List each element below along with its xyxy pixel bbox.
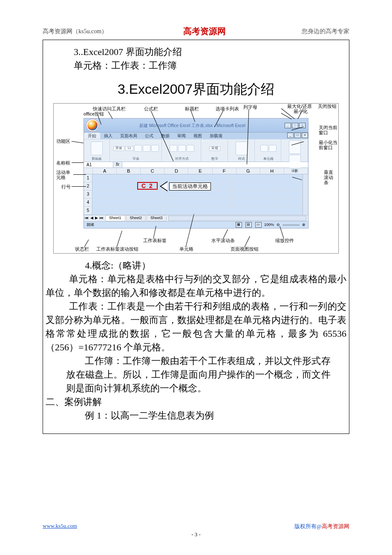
callout-qat: 快速访问工具栏 [93,106,126,111]
formula-bar[interactable] [122,162,308,168]
footer-url[interactable]: www.ks5u.com [43,523,77,530]
fx-icon[interactable]: fx [113,162,122,168]
sheet-tab-2[interactable]: Sheet2 [126,215,146,221]
sheet-tab-1[interactable]: Sheet1 [105,215,125,221]
vertical-scrollbar[interactable] [303,174,308,215]
col-f[interactable]: F [213,168,236,174]
tab-list: 开始 插入 页面布局 公式 数据 审阅 视图 加载项 _ □ × [84,133,308,139]
tab-addins[interactable]: 加载项 [206,133,226,139]
tab-view[interactable]: 视图 [190,133,206,139]
active-cell-label: 当前活动单元格 [169,182,211,191]
status-ready: 就绪 [86,223,94,227]
callout-vscroll: 垂直 滚动 条 [324,170,333,185]
group-clipboard: 剪贴板 [84,139,110,162]
group-style: 样式 [229,139,255,162]
para-book: 工作簿：工作簿一般由若干个工作表组成，并以文件形式存放在磁盘上。所以，工作簿是面… [46,354,346,395]
col-g[interactable]: G [236,168,260,174]
zoom-slider[interactable] [282,224,300,226]
active-cell-c2[interactable]: C 2 [137,182,158,190]
para-cell: 单元格：单元格是表格中行与列的交叉部分，它是组成表格的最小单位，单个数据的输入和… [46,272,346,300]
restore-win-icon[interactable]: □ [294,133,301,138]
bold-icon[interactable] [134,145,142,152]
rows-area: 1 2 3 4 5 C 2 [84,174,308,215]
align2-icon[interactable] [178,145,186,152]
excel-diagram: 快速访问工具栏 office按钮 公式栏 标题栏 选项卡列表 列字母 最大化/还… [53,103,339,254]
view-layout-icon[interactable]: ▤ [245,222,252,228]
row-headers: 1 2 3 4 5 [84,174,92,215]
h4: 4.概念:（略讲） [46,259,346,272]
row-5[interactable]: 5 [84,207,92,215]
callout-namebox: 名称框 [56,160,70,165]
italic-icon[interactable] [143,145,150,152]
col-a[interactable]: A [93,168,117,174]
row-3[interactable]: 3 [84,191,92,199]
sheet-nav-prev-icon[interactable]: ◀ [89,216,94,220]
number-format-select[interactable]: 常规 [209,146,220,151]
align3-icon[interactable] [187,145,194,152]
sheet-nav-next-icon[interactable]: ▶ [94,216,99,220]
row-1[interactable]: 1 [84,174,92,182]
col-b[interactable]: B [117,168,141,174]
callout-closecur: 关闭当前 窗口 [319,125,337,135]
view-break-icon[interactable]: ▭ [255,222,262,228]
page-header: 高考资源网（ks5u.com） 高考资源网 您身边的高考专家 [43,26,349,37]
sheet-bar: ⏮ ◀ ▶ ⏭ Sheet1 Sheet2 Sheet3 [84,215,308,221]
tab-insert[interactable]: 插入 [100,133,116,139]
col-h[interactable]: H [260,168,284,174]
content-box: 3..Excel2007 界面功能介绍 单元格：工作表：工作簿 3.Excel2… [43,40,349,434]
tab-formula[interactable]: 公式 [141,133,157,139]
font-select[interactable]: 宋体 [113,146,124,151]
callout-ribbon: 功能区 [56,139,70,144]
tab-review[interactable]: 审阅 [173,133,190,139]
col-d[interactable]: D [164,168,188,174]
close-win-icon[interactable]: × [302,133,308,138]
footer-copyright: 版权所有@高考资源网 [294,523,349,530]
col-c[interactable]: C [141,168,164,174]
group-font: 宋体11字体 [111,139,162,162]
grid[interactable]: C 2 当前活动单元格 [92,174,303,215]
tab-home[interactable]: 开始 [84,133,100,139]
tab-layout[interactable]: 页面布局 [116,133,141,139]
namebox-bar: A1 fx [84,162,308,168]
sheet-tab-3[interactable]: Sheet3 [147,215,167,221]
minimize-button[interactable]: _ [285,123,291,128]
view-normal-icon[interactable]: ▦ [236,222,242,228]
callout-office: office按钮 [84,111,104,116]
delete-icon[interactable] [269,145,277,152]
tab-data[interactable]: 数据 [157,133,173,139]
maximize-button[interactable]: □ [292,123,298,128]
row-4[interactable]: 4 [84,199,92,207]
zoom-in-icon[interactable]: ⊕ [302,223,306,227]
align-icon[interactable] [170,145,177,152]
page-footer: www.ks5u.com 版权所有@高考资源网 [43,512,349,530]
callout-close: 关闭按钮 [318,104,337,109]
group-number: 常规数字 [202,139,228,162]
col-i[interactable]: I [284,168,308,174]
active-cell-arrow: 当前活动单元格 [160,181,211,191]
underline-icon[interactable] [151,145,159,152]
callout-hscroll: 水平滚动条 [211,238,235,243]
name-box[interactable]: A1 [84,162,113,168]
window-title: 新建 Microsoft Office Excel 工作表.xlsx - Mic… [101,123,284,128]
col-e[interactable]: E [188,168,212,174]
footer-brand: 高考资源网 [322,523,349,529]
sheet-nav-last-icon[interactable]: ⏭ [99,216,104,220]
callout-rownum: 行号 [61,184,71,189]
sheet-nav-first-icon[interactable]: ⏮ [84,216,89,220]
status-bar: 就绪 ▦ ▤ ▭ 100% ⊖ ⊕ [84,221,308,228]
group-edit: 编辑 [282,139,308,162]
header-brand: 高考资源网 [183,26,226,37]
minimize-win-icon[interactable]: _ [287,133,294,138]
callout-mincur: 最小化当 前窗口 [319,140,337,150]
diagram-title: 3.Excel2007界面功能介绍 [46,80,346,99]
fontsize-select[interactable]: 11 [125,146,133,151]
office-button-icon[interactable] [86,119,98,131]
style-icon[interactable] [236,142,248,155]
insert-icon[interactable] [260,145,268,152]
horizontal-scrollbar[interactable] [168,216,306,221]
column-headers: A B C D E F G H I [84,168,308,174]
paste-icon[interactable] [91,142,103,155]
header-right: 您身边的高考专家 [302,28,349,35]
callout-sheettab: 工作表标签 [143,238,167,243]
callout-maxrestore: 最大化/还原 [287,104,312,109]
